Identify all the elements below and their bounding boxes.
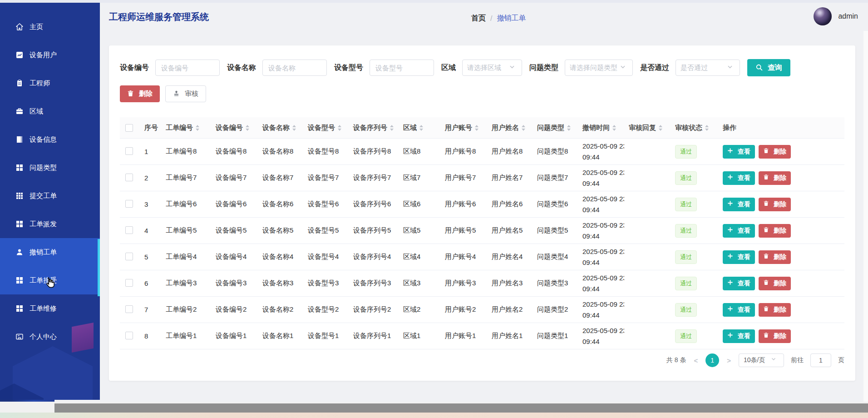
cell-cancel-time: 2025-05-09 23:09:44 [578,167,624,189]
row-delete-button[interactable]: 删除 [759,224,791,238]
cell-order: 工单编号4 [161,253,211,261]
column-header[interactable]: 工单编号 [161,124,211,132]
column-header[interactable]: 审核状态 [671,124,718,132]
cell-device_model: 设备型号3 [303,279,349,288]
view-button[interactable]: 查看 [723,329,755,343]
cell-audit-status: 通过 [671,303,718,317]
cell-device_name: 设备名称2 [258,305,303,314]
sidebar-item-repair-order[interactable]: 工单维修 [0,294,100,323]
breadcrumb-home[interactable]: 首页 [471,14,486,23]
problem-type-select[interactable]: 请选择问题类型 [565,60,633,76]
column-header[interactable]: 设备型号 [303,124,349,132]
cell-region: 区域7 [399,174,440,182]
row-checkbox[interactable] [125,305,133,313]
app-title: 工程师运维服务管理系统 [109,11,209,23]
page-size-value: 10条/页 [744,356,765,364]
select-all-checkbox[interactable] [125,124,133,132]
row-checkbox[interactable] [125,147,133,155]
row-checkbox[interactable] [125,332,133,339]
sidebar-item-cancel-order[interactable]: 撤销工单 [0,238,100,266]
sidebar-item-device-user[interactable]: 设备用户 [0,41,100,69]
next-page-button[interactable]: > [726,357,732,364]
cell-operations: 查看删除 [718,224,844,238]
query-button[interactable]: 查询 [747,59,790,76]
row-delete-button[interactable]: 删除 [759,171,791,185]
view-button-label: 查看 [738,332,750,340]
cell-problem: 问题类型4 [533,253,578,261]
column-header[interactable]: 撤销时间 [578,124,624,132]
row-checkbox[interactable] [125,253,133,260]
sidebar-item-profile[interactable]: 个人中心 [0,323,100,351]
sidebar-item-submit-order[interactable]: 提交工单 [0,182,100,210]
row-delete-button[interactable]: 删除 [759,145,791,159]
cell-region: 区域5 [399,226,440,235]
row-checkbox[interactable] [125,200,133,208]
row-checkbox[interactable] [125,279,133,287]
user-menu[interactable]: admin [814,7,858,25]
cell-device_name: 设备名称8 [258,147,303,156]
view-button[interactable]: 查看 [723,145,755,159]
cell-device_model: 设备型号7 [303,174,349,182]
sidebar-item-engineer[interactable]: 工程师 [0,69,100,97]
cell-region: 区域8 [399,147,440,156]
column-header[interactable]: 审核回复 [624,124,671,132]
column-header[interactable]: 设备名称 [258,124,303,132]
cell-device_name: 设备名称1 [258,332,303,340]
vertical-scrollbar[interactable] [863,31,868,402]
sidebar-item-label: 设备信息 [30,135,57,144]
pass-select[interactable]: 是否通过 [676,60,740,76]
goto-page-input[interactable] [810,353,831,367]
view-button[interactable]: 查看 [723,171,755,185]
delete-button[interactable]: 删除 [120,85,160,102]
page-size-select[interactable]: 10条/页 [739,353,784,367]
row-delete-button[interactable]: 删除 [759,277,791,290]
audit-button[interactable]: 审核 [165,85,206,102]
view-button[interactable]: 查看 [723,224,755,238]
briefcase-icon [15,107,24,115]
column-header[interactable]: 设备编号 [211,124,258,132]
sidebar-item-dispatch-order[interactable]: 工单派发 [0,210,100,238]
row-delete-button[interactable]: 删除 [759,198,791,211]
view-button[interactable]: 查看 [723,198,755,211]
cell-device_no: 设备编号8 [211,147,258,156]
horizontal-scrollbar-thumb[interactable] [54,403,868,413]
column-header-label: 设备编号 [216,124,243,132]
cell-device_model: 设备型号4 [303,253,349,261]
sidebar-item-region[interactable]: 区域 [0,97,100,125]
device-no-input[interactable] [155,60,220,76]
region-select[interactable]: 请选择区域 [462,60,522,76]
table-row: 7工单编号2设备编号2设备名称2设备型号2设备序列号2区域2用户账号2用户姓名2… [120,297,844,323]
prev-page-button[interactable]: < [693,357,699,364]
row-delete-button[interactable]: 删除 [759,329,791,343]
sidebar-item-device-info[interactable]: 设备信息 [0,125,100,154]
goto-unit-label: 页 [838,356,844,364]
page-number-button[interactable]: 1 [705,353,719,367]
cell-username: 用户姓名3 [487,279,533,288]
device-model-input[interactable] [370,60,434,76]
column-header[interactable]: 用户账号 [440,124,487,132]
column-header[interactable]: 设备序列号 [349,124,399,132]
view-button[interactable]: 查看 [723,250,755,264]
row-checkbox[interactable] [125,226,133,234]
sidebar-item-problem-type[interactable]: 问题类型 [0,154,100,182]
device-name-input[interactable] [262,60,327,76]
row-delete-button[interactable]: 删除 [759,250,791,264]
view-button[interactable]: 查看 [723,303,755,317]
view-button[interactable]: 查看 [723,277,755,290]
breadcrumb: 首页 / 撤销工单 [471,14,526,23]
row-checkbox-cell [120,332,140,341]
row-delete-button[interactable]: 删除 [759,303,791,317]
cell-device_model: 设备型号1 [303,332,349,340]
cell-serial: 设备序列号5 [349,226,399,235]
column-header[interactable]: 用户姓名 [487,124,533,132]
column-header[interactable]: 区域 [399,124,440,132]
cell-index: 8 [140,332,161,340]
sidebar-item-accept-order[interactable]: 工单接受 [0,266,100,294]
cell-order: 工单编号7 [161,174,211,182]
column-header[interactable]: 问题类型 [533,124,578,132]
sidebar-item-home[interactable]: 主页 [0,13,100,41]
row-checkbox[interactable] [125,174,133,181]
column-header-label: 审核回复 [629,124,656,132]
pagination: 共 8 条 < 1 > 10条/页 前往 页 [666,353,844,367]
home-icon [15,23,24,31]
